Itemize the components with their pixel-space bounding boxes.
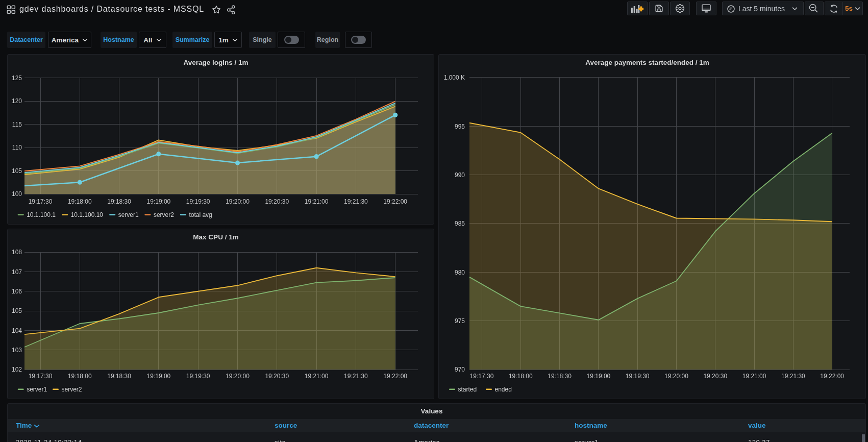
svg-text:995: 995 <box>455 123 465 130</box>
svg-text:19:20:00: 19:20:00 <box>226 198 250 205</box>
svg-text:19:21:00: 19:21:00 <box>305 198 329 205</box>
svg-text:server1: server1 <box>27 386 47 393</box>
svg-text:108: 108 <box>12 249 22 256</box>
svg-text:107: 107 <box>12 268 22 276</box>
svg-text:19:21:30: 19:21:30 <box>344 198 368 205</box>
svg-text:server2: server2 <box>62 386 82 393</box>
svg-text:105: 105 <box>12 167 22 175</box>
svg-text:server2: server2 <box>154 211 174 218</box>
svg-text:19:18:00: 19:18:00 <box>68 198 92 205</box>
svg-text:19:18:00: 19:18:00 <box>68 373 92 380</box>
svg-text:975: 975 <box>455 317 465 325</box>
svg-text:19:22:00: 19:22:00 <box>383 373 407 380</box>
svg-text:19:18:30: 19:18:30 <box>548 373 572 380</box>
svg-text:980: 980 <box>455 269 465 276</box>
svg-text:19:22:00: 19:22:00 <box>820 373 844 380</box>
svg-text:103: 103 <box>12 347 22 354</box>
svg-text:120: 120 <box>12 97 22 105</box>
svg-text:19:20:00: 19:20:00 <box>226 373 250 380</box>
svg-text:19:17:30: 19:17:30 <box>29 373 53 380</box>
svg-text:19:21:00: 19:21:00 <box>305 373 329 380</box>
svg-text:19:19:00: 19:19:00 <box>147 198 171 205</box>
svg-text:19:19:30: 19:19:30 <box>186 198 210 205</box>
svg-text:19:20:00: 19:20:00 <box>664 373 688 380</box>
svg-text:106: 106 <box>12 288 22 295</box>
svg-text:105: 105 <box>12 307 22 314</box>
svg-text:19:17:30: 19:17:30 <box>470 373 494 380</box>
svg-text:125: 125 <box>12 75 22 82</box>
svg-text:19:18:00: 19:18:00 <box>509 373 533 380</box>
svg-text:ended: ended <box>495 386 512 393</box>
svg-text:server1: server1 <box>118 211 139 218</box>
svg-text:19:20:30: 19:20:30 <box>265 198 289 205</box>
svg-text:total avg: total avg <box>189 211 212 218</box>
svg-text:100: 100 <box>12 190 22 198</box>
svg-text:10.1.100.10: 10.1.100.10 <box>71 211 104 218</box>
svg-text:started: started <box>458 386 477 393</box>
svg-text:19:22:00: 19:22:00 <box>383 198 407 205</box>
svg-text:19:17:30: 19:17:30 <box>29 198 53 205</box>
svg-text:115: 115 <box>12 121 22 128</box>
svg-text:10.1.100.1: 10.1.100.1 <box>27 211 56 218</box>
svg-text:19:19:00: 19:19:00 <box>587 373 611 380</box>
svg-text:19:18:30: 19:18:30 <box>107 198 131 205</box>
svg-text:104: 104 <box>12 327 22 334</box>
svg-text:19:21:30: 19:21:30 <box>344 373 368 380</box>
svg-text:19:21:00: 19:21:00 <box>742 373 766 380</box>
svg-text:985: 985 <box>455 220 465 227</box>
svg-text:19:21:30: 19:21:30 <box>781 373 805 380</box>
svg-text:970: 970 <box>455 366 465 373</box>
svg-text:19:19:30: 19:19:30 <box>626 373 650 380</box>
svg-text:990: 990 <box>455 171 465 179</box>
svg-text:19:20:30: 19:20:30 <box>703 373 727 380</box>
svg-text:19:19:00: 19:19:00 <box>147 373 171 380</box>
svg-text:102: 102 <box>12 366 22 373</box>
svg-text:19:18:30: 19:18:30 <box>107 373 131 380</box>
svg-text:1.000 K: 1.000 K <box>444 74 465 81</box>
svg-text:110: 110 <box>12 144 22 151</box>
svg-text:19:19:30: 19:19:30 <box>186 373 210 380</box>
svg-text:19:20:30: 19:20:30 <box>265 373 289 380</box>
